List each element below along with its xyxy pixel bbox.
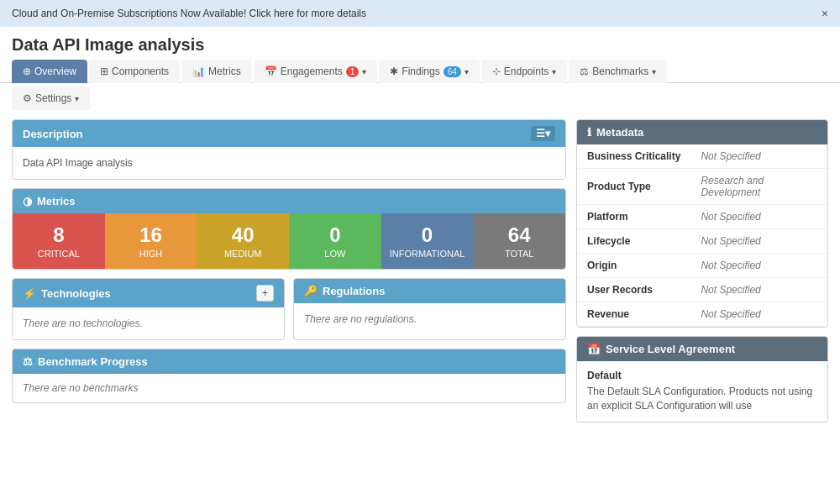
calendar-icon: 📅 [265,66,277,77]
tab-settings[interactable]: ⚙ Settings [12,87,90,110]
lower-cards-row: ⚡ Technologies + There are no technologi… [12,278,566,340]
tab-bar-row2: ⚙ Settings [0,83,840,109]
findings-badge: 64 [444,66,461,77]
description-title: Description [23,128,83,140]
benchmark-header: ⚖ Benchmark Progress [13,349,565,374]
description-header: Description ☰▾ [13,120,565,147]
regulations-card: 🔑 Regulations There are no regulations. [293,278,566,340]
engagements-chevron-icon [362,66,366,77]
metric-low[interactable]: 0 LOW [289,213,381,269]
sla-calendar-icon: 📅 [587,343,601,355]
metric-critical[interactable]: 8 CRITICAL [13,213,105,269]
regulations-header: 🔑 Regulations [294,279,565,303]
metric-total[interactable]: 64 TOTAL [473,213,565,269]
metrics-grid: 8 CRITICAL 16 HIGH 40 MEDIUM 0 LOW 0 I [13,213,565,269]
metadata-card: ℹ Metadata Business Criticality Not Spec… [576,119,828,328]
key-icon: 🔑 [304,285,318,297]
technologies-card: ⚡ Technologies + There are no technologi… [12,278,285,340]
table-icon: ⊞ [100,66,108,77]
main-content: Description ☰▾ Data API Image analysis ◑… [0,109,840,496]
metadata-table: Business Criticality Not Specified Produ… [577,144,827,327]
banner-text[interactable]: Cloud and On-Premise Subscriptions Now A… [12,8,366,19]
balance-icon: ⚖ [580,66,589,77]
findings-chevron-icon [465,66,469,77]
table-row: Lifecycle Not Specified [577,229,827,254]
menu-icon[interactable]: ☰▾ [531,126,555,141]
metric-informational[interactable]: 0 INFORMATIONAL [381,213,474,269]
endpoint-icon: ⊹ [492,66,501,77]
metadata-header: ℹ Metadata [577,120,827,144]
settings-chevron-icon [75,92,79,104]
tab-overview[interactable]: ⊕ Overview [12,60,87,83]
metric-high[interactable]: 16 HIGH [105,213,197,269]
table-row: Platform Not Specified [577,205,827,229]
sla-header: 📅 Service Level Agreement [577,337,827,361]
tab-findings[interactable]: ✱ Findings 64 [379,60,479,83]
lightning-icon: ⚡ [23,287,36,300]
description-card: Description ☰▾ Data API Image analysis [12,119,566,180]
chart-icon: 📊 [192,66,205,77]
left-column: Description ☰▾ Data API Image analysis ◑… [12,119,566,486]
metrics-header: ◑ Metrics [13,189,565,213]
metric-medium[interactable]: 40 MEDIUM [197,213,289,269]
metrics-card: ◑ Metrics 8 CRITICAL 16 HIGH 40 MEDIUM [12,188,566,270]
tab-bar: ⊕ Overview ⊞ Components 📊 Metrics 📅 Enga… [0,60,840,83]
benchmark-card: ⚖ Benchmark Progress There are no benchm… [12,349,566,403]
sla-card: 📅 Service Level Agreement Default The De… [576,336,828,423]
endpoints-chevron-icon [552,66,556,77]
close-icon[interactable]: × [822,7,828,20]
add-technology-button[interactable]: + [256,285,274,302]
tab-endpoints[interactable]: ⊹ Endpoints [481,60,567,83]
benchmarks-chevron-icon [652,66,656,77]
table-row: Origin Not Specified [577,254,827,278]
globe-icon: ⊕ [23,66,31,77]
announcement-banner: Cloud and On-Premise Subscriptions Now A… [0,0,840,27]
balance-benchmark-icon: ⚖ [23,355,33,368]
tab-metrics[interactable]: 📊 Metrics [181,60,252,83]
gear-icon: ⚙ [23,92,32,104]
tab-components[interactable]: ⊞ Components [89,60,180,83]
info-icon: ℹ [587,126,591,139]
engagements-badge: 1 [346,66,360,77]
benchmark-body: There are no benchmarks [13,374,565,402]
description-body: Data API Image analysis [13,147,565,179]
regulations-body: There are no regulations. [294,303,565,335]
table-row: Product Type Research and Development [577,169,827,205]
technologies-body: There are no technologies. [13,307,284,339]
sla-body: Default The Default SLA Configuration. P… [577,361,827,422]
right-column: ℹ Metadata Business Criticality Not Spec… [576,119,828,486]
table-row: Revenue Not Specified [577,302,827,327]
chart-pie-icon: ◑ [23,195,32,207]
technologies-header: ⚡ Technologies + [13,279,284,307]
bug-icon: ✱ [390,66,398,77]
tab-engagements[interactable]: 📅 Engagements 1 [254,60,378,83]
table-row: User Records Not Specified [577,278,827,302]
table-row: Business Criticality Not Specified [577,144,827,169]
tab-benchmarks[interactable]: ⚖ Benchmarks [569,60,667,83]
page-title: Data API Image analysis [0,27,840,60]
